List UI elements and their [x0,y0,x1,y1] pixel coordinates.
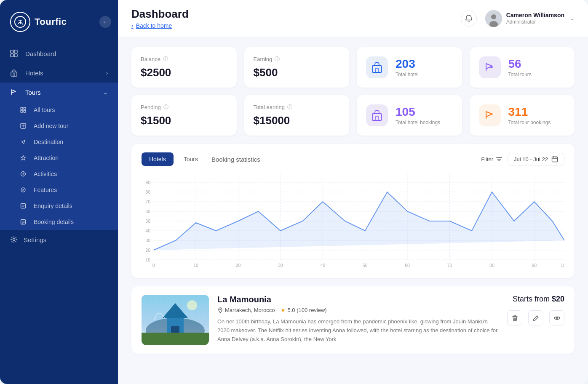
sidebar-item-hotels[interactable]: Hotels › [0,63,118,83]
header-left: Dashboard ‹ Back to home [131,8,189,29]
dashboard-icon [10,50,19,57]
svg-text:50: 50 [363,263,368,268]
earning-card: Earning ⓘ $500 [244,47,350,88]
svg-text:10: 10 [145,257,150,262]
tour-info: La Mamounia Marrakech, Morocco ★ 5.0 (10… [217,295,499,345]
filter-button[interactable]: Filter [481,156,502,163]
svg-text:80: 80 [145,189,150,195]
svg-text:70: 70 [145,199,150,204]
svg-text:30: 30 [145,238,150,243]
sidebar-logo-area: T Tourfic ← [0,0,118,44]
settings-icon [10,236,18,243]
total-earning-info-icon: ⓘ [287,104,292,111]
total-tours-card: 56 Total tours [470,47,575,88]
svg-text:80: 80 [489,263,494,268]
date-range-button[interactable]: Jul 10 - Jul 22 [508,153,564,165]
delete-button[interactable] [507,310,522,325]
svg-text:70: 70 [447,263,452,268]
total-earning-label: Total earning ⓘ [254,104,340,111]
svg-text:100: 100 [561,263,564,268]
tours-icon [10,88,19,96]
svg-text:60: 60 [405,263,410,268]
sidebar-subitem-label-enquiry: Enquiry details [34,203,72,209]
sidebar-item-settings[interactable]: Settings [0,230,118,249]
attraction-icon [20,155,28,161]
svg-rect-8 [21,107,23,109]
back-arrow-icon: ‹ [131,22,134,29]
chart-title: Booking statistics [211,156,260,163]
sidebar-item-all-tours[interactable]: All tours [0,102,118,118]
svg-rect-6 [11,72,17,76]
destination-icon [20,139,28,145]
view-button[interactable] [549,310,564,325]
svg-rect-5 [14,54,17,57]
tour-bookings-info: 311 Total tour bookings [508,105,551,125]
svg-rect-21 [376,68,378,72]
svg-point-70 [187,300,197,310]
enquiry-icon [20,203,28,209]
sidebar-subitem-label-add-tour: Add new tour [34,123,69,129]
sidebar-item-booking[interactable]: Booking details [0,214,118,230]
tour-location: Marrakech, Morocco [217,307,275,313]
balance-info-icon: ⓘ [163,56,168,63]
hotels-arrow-icon: › [106,70,108,76]
tour-rating: ★ 5.0 (100 review) [281,307,326,313]
total-tours-value: 56 [508,57,532,71]
sidebar-item-add-tour[interactable]: Add new tour [0,118,118,134]
svg-rect-2 [11,50,13,53]
user-details: Cameron Williamson Administrator [506,11,564,26]
tour-card: La Mamounia Marrakech, Morocco ★ 5.0 (10… [131,286,575,354]
sidebar-item-attraction[interactable]: Attraction [0,150,118,166]
pending-value: $1500 [141,114,227,127]
tour-image [142,295,209,345]
sidebar-collapse-button[interactable]: ← [99,16,111,28]
sidebar-subitem-label-attraction: Attraction [34,155,59,161]
sidebar-item-label-tours: Tours [25,89,41,96]
hotels-icon [10,69,19,77]
svg-point-72 [220,309,221,310]
hotel-bookings-value: 105 [396,105,440,119]
avatar [485,10,502,27]
svg-text:90: 90 [145,180,150,185]
sidebar: T Tourfic ← Dashboard [0,0,118,384]
total-hotel-card: 203 Total hotel [357,47,462,88]
edit-button[interactable] [528,310,543,325]
notification-button[interactable] [461,11,477,27]
svg-rect-3 [14,50,17,53]
sidebar-subitem-label-destination: Destination [34,139,63,145]
tour-price: Starts from $20 [513,295,564,304]
date-range-label: Jul 10 - Jul 22 [514,156,548,163]
sidebar-subitem-label-activities: Activities [34,171,57,177]
tour-title: La Mamounia [217,295,499,304]
stats-grid: Balance ⓘ $2500 Earning ⓘ $500 20 [118,37,588,136]
activities-icon [20,171,28,177]
back-to-home-link[interactable]: ‹ Back to home [131,22,189,29]
hotel-bookings-info: 105 Total hotel bookings [396,105,440,125]
svg-rect-22 [372,114,382,120]
sidebar-item-features[interactable]: Features [0,182,118,198]
user-menu[interactable]: Cameron Williamson Administrator ⌄ [485,10,575,27]
svg-text:10: 10 [193,263,198,268]
user-name: Cameron Williamson [506,11,564,19]
svg-rect-10 [21,110,23,112]
balance-value: $2500 [141,66,227,79]
sidebar-item-destination[interactable]: Destination [0,134,118,150]
main-header: Dashboard ‹ Back to home [118,0,588,37]
tab-hotels[interactable]: Hotels [142,152,174,166]
sidebar-item-tours[interactable]: Tours ⌄ [0,83,118,102]
tour-price-actions: Starts from $20 [507,295,564,345]
svg-rect-9 [24,107,26,109]
svg-rect-7 [13,74,15,76]
tour-bookings-value: 311 [508,105,551,119]
sidebar-item-enquiry[interactable]: Enquiry details [0,198,118,214]
sidebar-item-label-hotels: Hotels [25,69,43,77]
svg-rect-20 [372,66,382,72]
chart-controls: Filter Jul 10 - Jul 22 [481,153,564,165]
tab-tours[interactable]: Tours [176,152,206,166]
sidebar-item-activities[interactable]: Activities [0,166,118,182]
sidebar-item-dashboard[interactable]: Dashboard [0,44,118,63]
main-content: Dashboard ‹ Back to home [118,0,588,384]
total-hotel-value: 203 [396,57,419,71]
tour-price-value: $20 [552,295,564,303]
total-tours-icon-box [479,56,501,78]
